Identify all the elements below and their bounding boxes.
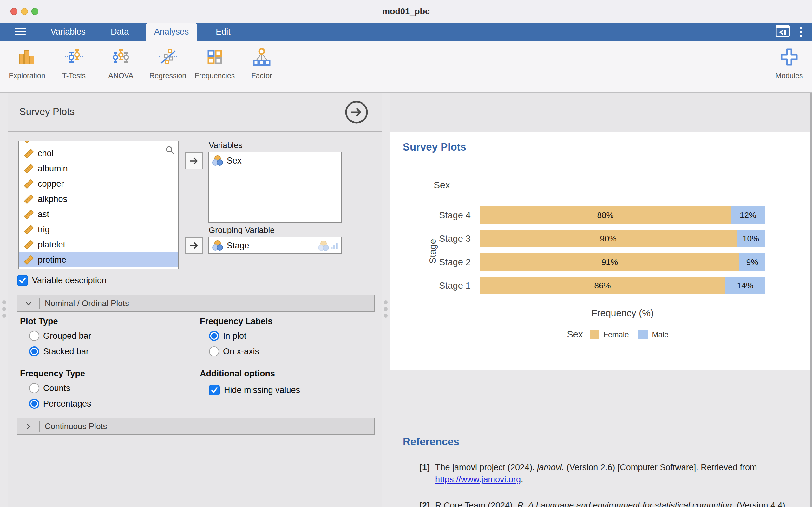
arrow-right-icon	[188, 239, 200, 252]
frequency-type-heading: Frequency Type	[20, 369, 85, 379]
variable-list-item[interactable]: platelet	[19, 237, 178, 252]
bar-segment-male: 12%	[731, 206, 765, 224]
circle-arrow-right-icon[interactable]	[345, 100, 368, 124]
grouping-variable-box[interactable]: Stage	[208, 237, 342, 253]
variable-list-item[interactable]: chol	[19, 146, 178, 161]
chevron-right-icon	[25, 423, 32, 430]
move-to-grouping-button[interactable]	[185, 237, 203, 254]
jamovi-link[interactable]: https://www.jamovi.org	[435, 475, 521, 484]
hamburger-icon[interactable]	[14, 28, 26, 36]
ribbon-item-t-tests[interactable]: T-Tests	[50, 41, 97, 92]
chart-bar-row: Stage 1 86%14%	[409, 277, 765, 294]
nominal-variable-icon	[212, 240, 223, 251]
frequency-labels-heading: Frequency Labels	[200, 317, 273, 326]
additional-options-heading: Additional options	[200, 369, 275, 379]
tab-analyses[interactable]: Analyses	[146, 23, 197, 41]
chevron-down-icon	[25, 300, 32, 307]
source-variable-list[interactable]: chol albumin copper alkphos ast trig pla…	[18, 141, 179, 269]
ribbon-item-frequencies[interactable]: Frequencies	[191, 41, 238, 92]
mini-bar-chart-icon	[331, 241, 339, 250]
hide-missing-values-option[interactable]: Hide missing values	[209, 385, 300, 395]
radio-icon	[209, 346, 219, 356]
nominal-variable-icon	[318, 240, 329, 251]
results-panel: Survey Plots Sex Stage Stage 4 88%12% St…	[390, 93, 812, 507]
section-nominal-ordinal-plots[interactable]: Nominal / Ordinal Plots	[17, 295, 374, 312]
ruler-icon	[23, 148, 34, 159]
ruler-icon	[23, 178, 34, 189]
left-panel-drag-handle[interactable]	[2, 300, 6, 318]
radio-grouped-bar[interactable]: Grouped bar	[29, 331, 91, 341]
main-tabs: Variables Data Analyses Edit	[42, 23, 249, 41]
bar-chart-icon	[17, 48, 37, 68]
tab-variables[interactable]: Variables	[42, 23, 94, 41]
ribbon-item-regression[interactable]: Regression	[144, 41, 191, 92]
factor-tree-icon	[252, 48, 271, 68]
radio-stacked-bar[interactable]: Stacked bar	[29, 346, 89, 356]
radio-counts[interactable]: Counts	[29, 383, 70, 393]
ruler-icon	[23, 193, 34, 205]
collapse-results-icon[interactable]	[775, 25, 790, 38]
section-continuous-plots[interactable]: Continuous Plots	[17, 418, 374, 435]
bar-segment-female: 88%	[480, 206, 731, 224]
ribbon-item-exploration[interactable]: Exploration	[3, 41, 50, 92]
titlebar: mod01_pbc	[0, 0, 812, 23]
ribbon-item-anova[interactable]: ANOVA	[97, 41, 144, 92]
radio-on-x-axis[interactable]: On x-axis	[209, 346, 259, 356]
options-header: Survey Plots	[8, 93, 382, 131]
legend-title: Sex	[567, 329, 583, 340]
bar-segment-female: 90%	[480, 230, 737, 247]
reference-item: [2] R Core Team (2024). R: A Language an…	[419, 499, 812, 507]
arrow-right-icon	[188, 155, 200, 167]
splitter-drag-handle[interactable]	[384, 300, 388, 318]
kebab-menu-icon[interactable]	[798, 25, 803, 38]
ruler-icon	[23, 224, 34, 235]
search-icon[interactable]	[165, 145, 174, 155]
radio-in-plot[interactable]: In plot	[209, 331, 247, 341]
bar-segment-female: 86%	[480, 277, 725, 294]
allowed-variable-types-icons	[318, 240, 339, 251]
ruler-icon	[23, 239, 34, 250]
ribbon-item-modules[interactable]: Modules	[766, 41, 812, 92]
error-bars-two-icon	[64, 48, 84, 68]
ruler-icon	[23, 163, 34, 174]
tab-edit[interactable]: Edit	[197, 23, 249, 41]
ribbon-item-factor[interactable]: Factor	[238, 41, 285, 92]
nominal-variable-icon	[212, 155, 223, 166]
continuous-variable-icon-partial	[19, 141, 178, 146]
variable-description-option[interactable]: Variable description	[17, 275, 107, 286]
variables-box[interactable]: Sex	[208, 152, 342, 223]
variable-list-item[interactable]: protime	[19, 252, 178, 268]
variable-list-item[interactable]: albumin	[19, 161, 178, 176]
analysis-options-panel: Survey Plots chol albumin copper alkphos…	[8, 93, 382, 507]
variable-list-item[interactable]: trig	[19, 222, 178, 237]
reference-item: [1] The jamovi project (2024). jamovi. (…	[419, 461, 812, 486]
radio-percentages[interactable]: Percentages	[29, 399, 91, 409]
results-title: Survey Plots	[403, 141, 466, 153]
bar-segment-male: 9%	[740, 253, 765, 271]
move-to-variables-button[interactable]	[185, 153, 203, 169]
variable-list-item[interactable]: ast	[19, 207, 178, 222]
results-scrollbar-track[interactable]	[810, 93, 812, 507]
plot-type-heading: Plot Type	[20, 317, 58, 326]
radio-icon	[29, 331, 39, 341]
checkbox-icon	[209, 385, 220, 395]
chart-y-axis-label: Stage	[427, 216, 438, 286]
category-label: Stage 3	[409, 233, 471, 244]
category-label: Stage 2	[409, 257, 471, 268]
chart-legend: Sex Female Male	[480, 329, 765, 340]
variable-list-item[interactable]: alkphos	[19, 191, 178, 207]
menubar: Variables Data Analyses Edit	[0, 23, 812, 41]
radio-icon	[29, 346, 39, 356]
tab-data[interactable]: Data	[94, 23, 146, 41]
assigned-variable-sex[interactable]: Sex	[209, 153, 341, 169]
bar-segment-male: 14%	[725, 277, 765, 294]
analyses-ribbon: Exploration T-Tests ANOVA Regression	[0, 41, 812, 93]
legend-swatch-male	[638, 330, 648, 339]
error-bars-three-icon	[111, 48, 131, 68]
variable-list-item[interactable]: copper	[19, 176, 178, 191]
chart-bar-row: Stage 3 90%10%	[409, 230, 765, 247]
grid-squares-icon	[205, 48, 224, 68]
category-label: Stage 1	[409, 280, 471, 291]
chart-x-axis-label: Frequency (%)	[480, 308, 765, 319]
panel-splitter[interactable]	[382, 93, 390, 507]
